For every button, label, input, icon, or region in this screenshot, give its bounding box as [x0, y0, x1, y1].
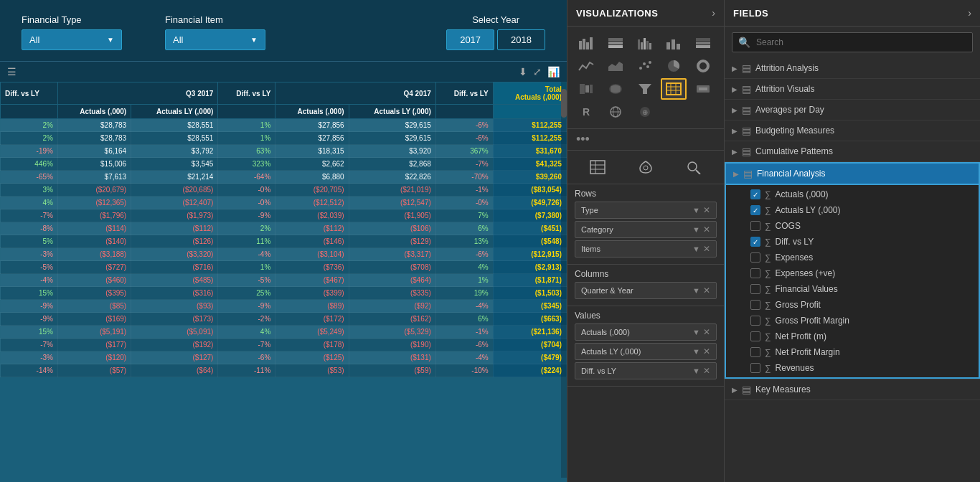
svg-point-20 [643, 62, 646, 65]
rows-items-remove[interactable]: ✕ [703, 244, 710, 254]
field-group-collapsed-attrition-visuals[interactable]: ▶ ▤ Attrition Visuals [725, 79, 980, 100]
fields-action-btn[interactable] [585, 156, 611, 178]
globe-icon[interactable] [603, 101, 628, 123]
columns-item-quarter[interactable]: Quarter & Year ▼ ✕ [575, 282, 717, 299]
table-cell: -10% [435, 364, 493, 377]
table-cell: $6,164 [57, 145, 131, 158]
values-diff-remove[interactable]: ✕ [703, 366, 710, 376]
field-checkbox[interactable] [750, 316, 760, 326]
field-item-row[interactable]: ∑Gross Profit Margin [743, 313, 979, 329]
field-group-expand-arrow: ▶ [732, 148, 738, 156]
more-visuals-btn[interactable]: ••• [567, 129, 724, 151]
field-checkbox[interactable] [750, 284, 760, 294]
chart-icon[interactable]: 📊 [547, 66, 560, 77]
left-panel: Financial Type All ▼ Financial Item All … [0, 0, 567, 482]
values-item-diff-right: ▼ ✕ [692, 366, 710, 376]
field-item-row[interactable]: ✓∑Actuals (,000) [743, 186, 979, 202]
year-2018-btn[interactable]: 2018 [497, 29, 545, 50]
card-icon[interactable] [690, 78, 716, 100]
values-actuals-remove[interactable]: ✕ [703, 327, 710, 337]
svg-rect-15 [696, 38, 710, 41]
100pct-stacked-icon[interactable] [690, 32, 716, 54]
bar-chart-icon[interactable] [573, 32, 599, 54]
filled-map-icon[interactable] [603, 78, 628, 100]
rows-category-remove[interactable]: ✕ [703, 225, 710, 235]
values-item-diff[interactable]: Diff. vs LY ▼ ✕ [575, 362, 717, 379]
pie-chart-icon[interactable] [661, 55, 687, 77]
download-icon[interactable]: ⬇ [519, 66, 527, 77]
field-group-collapsed-attrition-analysis[interactable]: ▶ ▤ Attrition Analysis [725, 58, 980, 79]
expand-icon[interactable]: ⤢ [533, 66, 542, 77]
fields-search-box[interactable]: 🔍 [732, 32, 973, 52]
field-group-collapsed-averages-per-day[interactable]: ▶ ▤ Averages per Day [725, 100, 980, 120]
field-checkbox[interactable] [750, 221, 760, 231]
values-item-actuals-ly[interactable]: Actuals LY (,000) ▼ ✕ [575, 343, 717, 360]
field-checkbox[interactable] [750, 363, 760, 373]
field-group-collapsed-key-measures[interactable]: ▶ ▤ Key Measures [725, 379, 980, 400]
field-item-row[interactable]: ∑Gross Profit [743, 297, 979, 313]
donut-icon[interactable] [690, 55, 716, 77]
field-checkbox[interactable] [750, 331, 760, 341]
area-chart-icon[interactable] [603, 55, 628, 77]
field-item-row[interactable]: ✓∑Diff. vs LY [743, 234, 979, 250]
table-cell: 3% [1, 184, 58, 197]
table-cell: 2% [1, 132, 58, 145]
menu-toolbar-icon[interactable]: ☰ [7, 66, 17, 77]
field-checkbox[interactable] [750, 300, 760, 310]
field-item-row[interactable]: ∑Revenues [743, 360, 979, 376]
table-cell: 1% [435, 274, 493, 287]
custom-visual-icon[interactable]: ⊕ [632, 101, 658, 123]
scatter-icon[interactable] [632, 55, 658, 77]
col-sub-actuals-q3: Actuals (,000) [57, 105, 131, 119]
field-row-label: Net Profit (m) [776, 331, 971, 341]
table-cell: -0% [218, 184, 275, 197]
column-chart-icon[interactable] [661, 32, 687, 54]
table-cell: ($53) [275, 364, 349, 377]
table-cell: ($127) [131, 351, 218, 364]
grouped-bar-icon[interactable] [632, 32, 658, 54]
table-row: -7%($1,796)($1,973)-9%($2,039)($1,905)7%… [1, 209, 567, 222]
search-input[interactable] [756, 37, 966, 47]
values-actuals-ly-remove[interactable]: ✕ [703, 346, 710, 356]
year-2017-btn[interactable]: 2017 [446, 29, 494, 50]
field-group-collapsed-cumulative-patterns[interactable]: ▶ ▤ Cumulative Patterns [725, 141, 980, 162]
table-cell: ($7,380) [493, 209, 566, 222]
financial-type-select[interactable]: All ▼ [22, 29, 122, 50]
field-item-row[interactable]: ∑Net Profit (m) [743, 329, 979, 344]
field-item-row[interactable]: ✓∑Actuals LY (,000) [743, 202, 979, 218]
stacked-bar-icon[interactable] [603, 32, 628, 54]
rows-item-category[interactable]: Category ▼ ✕ [575, 221, 717, 238]
field-checkbox[interactable] [750, 347, 760, 357]
field-group-header[interactable]: ▶ ▤ Financial Analysis [725, 162, 980, 185]
map-icon[interactable] [573, 78, 599, 100]
table-matrix-icon[interactable] [661, 78, 687, 100]
field-item-row[interactable]: ∑Financial Values [743, 281, 979, 297]
rows-type-remove[interactable]: ✕ [703, 205, 710, 215]
scrollbar[interactable] [561, 82, 567, 478]
field-row-label: Expenses [776, 252, 971, 263]
field-checkbox[interactable]: ✓ [750, 205, 760, 215]
rows-item-type[interactable]: Type ▼ ✕ [575, 202, 717, 219]
format-action-btn[interactable] [633, 156, 659, 178]
line-chart-icon[interactable] [573, 55, 599, 77]
field-checkbox[interactable] [750, 268, 760, 278]
field-item-row[interactable]: ∑Net Profit Margin [743, 344, 979, 360]
funnel-icon[interactable] [632, 78, 658, 100]
field-checkbox[interactable]: ✓ [750, 189, 760, 199]
field-checkbox[interactable] [750, 252, 760, 263]
field-item-row[interactable]: ∑Expenses (+ve) [743, 265, 979, 281]
values-item-actuals[interactable]: Actuals (,000) ▼ ✕ [575, 323, 717, 341]
table-cell: ($2,039) [275, 209, 349, 222]
fields-header-arrow[interactable]: › [968, 7, 971, 19]
r-visual-icon[interactable]: R [573, 101, 599, 123]
field-group-collapsed-budgeting-measures[interactable]: ▶ ▤ Budgeting Measures [725, 120, 980, 141]
columns-quarter-remove[interactable]: ✕ [703, 285, 710, 296]
table-cell: ($5,091) [131, 326, 218, 339]
analytics-action-btn[interactable] [681, 156, 707, 178]
field-item-row[interactable]: ∑Expenses [743, 250, 979, 265]
field-checkbox[interactable]: ✓ [750, 237, 760, 247]
financial-item-select[interactable]: All ▼ [165, 29, 265, 50]
rows-item-items[interactable]: Items ▼ ✕ [575, 240, 717, 257]
viz-header-arrow[interactable]: › [712, 7, 715, 19]
field-item-row[interactable]: ∑COGS [743, 218, 979, 234]
